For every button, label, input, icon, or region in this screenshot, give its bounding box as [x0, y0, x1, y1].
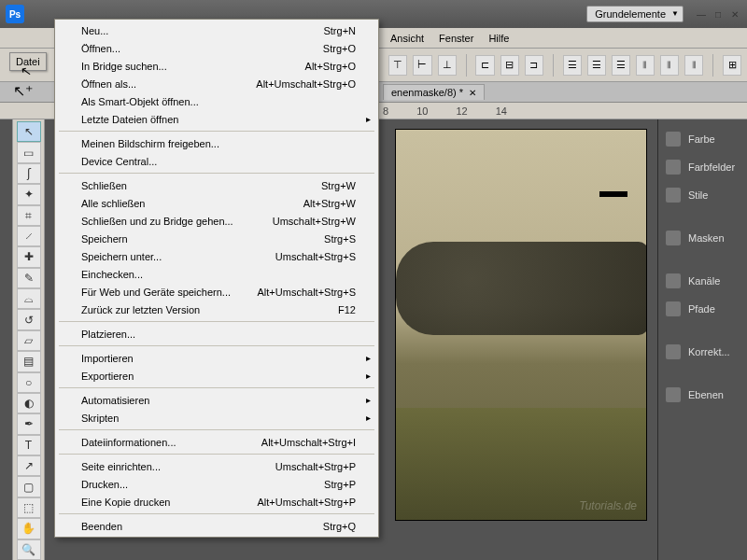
shape-tool[interactable]: ▢ — [17, 476, 41, 497]
history-tool[interactable]: ↺ — [17, 309, 41, 329]
menu-item-label: Schließen — [81, 180, 321, 191]
panel-korrekt...[interactable]: Korrekt... — [658, 338, 747, 366]
path-tool[interactable]: ↗ — [17, 455, 41, 476]
tool-gutter — [0, 119, 13, 560]
maximize-button[interactable]: □ — [712, 7, 725, 21]
app-logo: Ps — [6, 5, 24, 23]
panel-masken[interactable]: Masken — [658, 224, 747, 252]
menu-item[interactable]: Zurück zur letzten VersionF12 — [57, 301, 376, 318]
dist-bottom-button[interactable]: ☰ — [612, 55, 630, 76]
menu-item-shortcut: Strg+Q — [323, 521, 356, 532]
blur-tool[interactable]: ○ — [17, 372, 41, 393]
eraser-tool[interactable]: ▱ — [17, 330, 41, 351]
lasso-tool[interactable]: ʃ — [17, 163, 41, 184]
panel-label: Stile — [688, 189, 708, 201]
menu-item-shortcut: Strg+S — [324, 233, 356, 245]
align-left-button[interactable]: ⊏ — [475, 55, 494, 76]
panels-dock: FarbeFarbfelderStileMaskenKanälePfadeKor… — [657, 119, 747, 560]
dist-left-button[interactable]: ⦀ — [636, 55, 655, 76]
panel-label: Masken — [688, 232, 725, 244]
panel-kanäle[interactable]: Kanäle — [658, 267, 747, 295]
menu-item[interactable]: Öffnen als...Alt+Umschalt+Strg+O — [57, 75, 376, 92]
menu-item[interactable]: Für Web und Geräte speichern...Alt+Umsch… — [57, 283, 376, 301]
align-vmid-button[interactable]: ⊢ — [413, 55, 431, 76]
gradient-tool[interactable]: ▤ — [17, 351, 41, 371]
hand-tool[interactable]: ✋ — [17, 518, 41, 539]
menu-item[interactable]: Device Central... — [57, 152, 376, 170]
dist-top-button[interactable]: ☰ — [563, 55, 582, 76]
menu-item[interactable]: BeendenStrg+Q — [57, 517, 376, 535]
panel-label: Ebenen — [688, 389, 724, 400]
heal-tool[interactable]: ✚ — [17, 246, 41, 267]
menu-item-shortcut: Alt+Umschalt+Strg+I — [261, 437, 356, 448]
menu-item-shortcut: Strg+W — [321, 180, 356, 191]
brush-tool[interactable]: ✎ — [17, 268, 41, 288]
panel-label: Kanäle — [688, 275, 720, 287]
move-tool-icon[interactable]: ↖⁺ — [13, 82, 33, 100]
document-canvas[interactable]: Tutorials.de — [395, 129, 647, 521]
menu-item[interactable]: Einchecken... — [57, 265, 376, 283]
menu-item[interactable]: Exportieren — [57, 367, 376, 385]
menu-item[interactable]: Seite einrichten...Umschalt+Strg+P — [57, 457, 376, 475]
menu-item[interactable]: SpeichernStrg+S — [57, 230, 376, 247]
menu-item[interactable]: Letzte Dateien öffnen — [57, 110, 376, 128]
canvas-mark — [599, 191, 627, 197]
menu-item[interactable]: Dateiinformationen...Alt+Umschalt+Strg+I — [57, 433, 376, 451]
pen-tool[interactable]: ✒ — [17, 413, 41, 434]
menu-hilfe[interactable]: Hilfe — [481, 30, 516, 47]
menu-item[interactable]: Schließen und zu Bridge gehen...Umschalt… — [57, 212, 376, 230]
align-hmid-button[interactable]: ⊟ — [500, 55, 519, 76]
dodge-tool[interactable]: ◐ — [17, 393, 41, 413]
menu-item[interactable]: SchließenStrg+W — [57, 176, 376, 194]
menu-item[interactable]: Öffnen...Strg+O — [57, 39, 376, 57]
menu-item[interactable]: Importieren — [57, 349, 376, 367]
menu-item[interactable]: Automatisieren — [57, 391, 376, 409]
stamp-tool[interactable]: ⌓ — [17, 288, 41, 309]
menu-item[interactable]: Als Smart-Objekt öffnen... — [57, 92, 376, 110]
menu-item[interactable]: Platzieren... — [57, 325, 376, 343]
document-tab[interactable]: enenmaske/8) * ✕ — [383, 84, 485, 100]
panel-ebenen[interactable]: Ebenen — [658, 381, 747, 409]
menu-item-label: Öffnen... — [81, 43, 323, 54]
marquee-tool[interactable]: ▭ — [17, 142, 41, 162]
type-tool[interactable]: T — [17, 435, 41, 455]
dist-hmid-button[interactable]: ⦀ — [660, 55, 679, 76]
menu-fenster[interactable]: Fenster — [431, 30, 481, 47]
menu-item-shortcut: Umschalt+Strg+P — [275, 461, 356, 472]
close-button[interactable]: ✕ — [728, 7, 741, 21]
crop-tool[interactable]: ⌗ — [17, 205, 41, 226]
auto-align-button[interactable]: ⊞ — [723, 55, 741, 76]
panel-icon — [666, 387, 681, 402]
move-tool[interactable]: ↖ — [17, 121, 41, 142]
eyedrop-tool[interactable]: ⟋ — [17, 226, 41, 246]
menu-item[interactable]: Neu...Strg+N — [57, 21, 376, 39]
menu-item[interactable]: Eine Kopie druckenAlt+Umschalt+Strg+P — [57, 493, 376, 511]
zoom-tool[interactable]: 🔍 — [17, 539, 41, 560]
close-tab-icon[interactable]: ✕ — [469, 88, 476, 98]
3d-tool[interactable]: ⬚ — [17, 497, 41, 518]
panel-farbfelder[interactable]: Farbfelder — [658, 153, 747, 181]
dist-right-button[interactable]: ⦀ — [684, 55, 703, 76]
menu-item-label: Schließen und zu Bridge gehen... — [81, 216, 273, 227]
menu-item-label: Neu... — [81, 25, 323, 36]
panel-stile[interactable]: Stile — [658, 181, 747, 209]
menu-separator — [59, 454, 374, 455]
panel-farbe[interactable]: Farbe — [658, 125, 747, 153]
align-top-button[interactable]: ⊤ — [388, 55, 407, 76]
workspace-dropdown[interactable]: Grundelemente — [586, 6, 684, 22]
menu-item[interactable]: Drucken...Strg+P — [57, 475, 376, 493]
dist-vmid-button[interactable]: ☰ — [587, 55, 606, 76]
align-right-button[interactable]: ⊐ — [525, 55, 543, 76]
wand-tool[interactable]: ✦ — [17, 184, 41, 204]
cursor-icon: ↖ — [20, 63, 34, 79]
menu-item[interactable]: In Bridge suchen...Alt+Strg+O — [57, 57, 376, 75]
align-bottom-button[interactable]: ⊥ — [438, 55, 457, 76]
minimize-button[interactable]: — — [695, 7, 708, 21]
menu-item[interactable]: Skripten — [57, 409, 376, 427]
panel-label: Pfade — [688, 303, 715, 315]
menu-item[interactable]: Alle schließenAlt+Strg+W — [57, 194, 376, 212]
menu-item[interactable]: Meinen Bildschirm freigeben... — [57, 134, 376, 152]
panel-pfade[interactable]: Pfade — [658, 295, 747, 323]
menu-ansicht[interactable]: Ansicht — [383, 30, 431, 47]
menu-item[interactable]: Speichern unter...Umschalt+Strg+S — [57, 247, 376, 265]
